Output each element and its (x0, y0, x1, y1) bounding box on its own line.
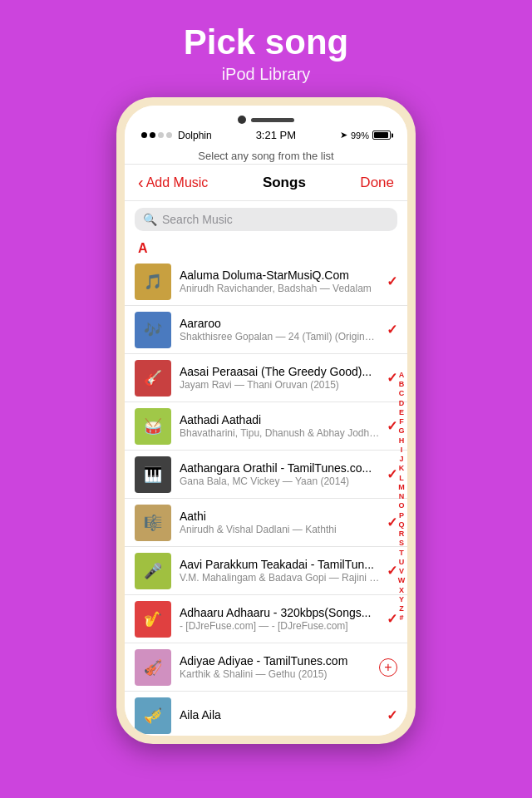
signal-dot-2 (150, 132, 155, 138)
alpha-letter-p[interactable]: P (399, 511, 404, 520)
alpha-letter-l[interactable]: L (399, 474, 404, 483)
list-item[interactable]: 🥁Aathadi AathadiBhavatharini, Tipu, Dhan… (125, 402, 407, 451)
signal-dot-3 (158, 132, 164, 138)
alpha-letter-n[interactable]: N (399, 492, 405, 501)
song-info: Aathangara Orathil - TamilTunes.co...Gan… (180, 461, 380, 487)
alpha-letter-k[interactable]: K (399, 464, 405, 473)
alpha-letter-u[interactable]: U (399, 558, 405, 567)
carrier-label: Dolphin (178, 130, 212, 141)
list-item[interactable]: 🎵Aaluma Doluma-StarMusiQ.ComAnirudh Ravi… (125, 258, 407, 306)
song-info: Aaluma Doluma-StarMusiQ.ComAnirudh Ravic… (180, 268, 380, 294)
alpha-letter-e[interactable]: E (399, 408, 404, 417)
song-info: Aasai Peraasai (The Greedy Good)...Jayam… (180, 365, 380, 391)
section-header-a: A (125, 238, 407, 258)
alpha-letter-x[interactable]: X (399, 586, 404, 595)
back-button[interactable]: ‹ Add Music (138, 173, 208, 192)
song-info: Adhaaru Adhaaru - 320kbps(Songs...- [DJr… (180, 606, 380, 632)
alpha-letter-z[interactable]: Z (399, 604, 404, 613)
song-add-button[interactable]: + (379, 658, 397, 677)
list-item[interactable]: 🎺Aila Aila✓ (125, 692, 407, 736)
alpha-letter-f[interactable]: F (399, 417, 404, 426)
song-artwork: 🎻 (135, 649, 171, 686)
alpha-letter-c[interactable]: C (399, 389, 405, 398)
song-artwork: 🎶 (135, 312, 171, 348)
song-meta: Anirudh & Vishal Dadlani — Kaththi (180, 524, 380, 535)
song-info: Adiyae Adiyae - TamilTunes.comKarthik & … (180, 654, 372, 680)
list-item[interactable]: 🎷Adhaaru Adhaaru - 320kbps(Songs...- [DJ… (125, 595, 407, 643)
list-item[interactable]: 🎼AathiAnirudh & Vishal Dadlani — Kaththi… (125, 499, 407, 547)
alpha-letter-w[interactable]: W (398, 576, 406, 585)
song-info: Aila Aila (180, 708, 380, 722)
song-artwork: 🥁 (135, 408, 171, 445)
song-info: AathiAnirudh & Vishal Dadlani — Kaththi (180, 510, 380, 535)
speaker-bar (251, 118, 294, 122)
status-bar: Dolphin 3:21 PM ➤ 99% (138, 127, 394, 143)
status-time: 3:21 PM (256, 129, 296, 141)
alpha-letter-j[interactable]: J (399, 455, 403, 464)
alpha-letter-s[interactable]: S (399, 539, 404, 548)
alpha-letter-t[interactable]: T (399, 549, 404, 558)
song-meta: Anirudh Ravichander, Badshah — Vedalam (180, 283, 380, 294)
song-title: Aathadi Aathadi (180, 413, 380, 426)
battery-fill (374, 132, 388, 138)
song-title: Aathangara Orathil - TamilTunes.co... (180, 461, 380, 475)
song-info: Aavi Parakkum Teakadai - TamilTun...V.M.… (180, 558, 380, 584)
nav-title: Songs (263, 175, 306, 191)
list-item[interactable]: 🎶AararooShakthisree Gopalan — 24 (Tamil)… (125, 306, 407, 354)
song-title: Adiyae Adiyae - TamilTunes.com (180, 654, 372, 667)
alpha-letter-b[interactable]: B (399, 380, 405, 389)
song-meta: Shakthisree Gopalan — 24 (Tamil) (Origin… (180, 331, 380, 342)
alpha-letter-h[interactable]: H (399, 436, 405, 446)
song-title: Aararoo (180, 317, 380, 330)
alpha-letter-i[interactable]: I (401, 446, 403, 455)
song-meta: Karthik & Shalini — Gethu (2015) (180, 668, 372, 680)
alpha-letter-#[interactable]: # (399, 613, 403, 623)
phone-frame: Dolphin 3:21 PM ➤ 99% Select any song fr… (116, 97, 416, 744)
song-list: 🎵Aaluma Doluma-StarMusiQ.ComAnirudh Ravi… (125, 258, 407, 736)
alpha-letter-d[interactable]: D (399, 399, 405, 408)
list-item[interactable]: 🎻Adiyae Adiyae - TamilTunes.comKarthik &… (125, 643, 407, 692)
song-meta: Jayam Ravi — Thani Oruvan (2015) (180, 379, 380, 391)
back-label: Add Music (146, 175, 209, 190)
info-text: Select any song from the list (198, 150, 333, 162)
done-button[interactable]: Done (360, 175, 394, 191)
nav-bar: ‹ Add Music Songs Done (125, 165, 407, 201)
list-item[interactable]: 🎹Aathangara Orathil - TamilTunes.co...Ga… (125, 451, 407, 499)
song-title: Aaluma Doluma-StarMusiQ.Com (180, 268, 380, 282)
song-artwork: 🎹 (135, 456, 171, 493)
list-item[interactable]: 🎤Aavi Parakkum Teakadai - TamilTun...V.M… (125, 547, 407, 595)
page-title: Pick song (184, 23, 348, 62)
song-title: Aathi (180, 510, 380, 523)
search-bar[interactable]: 🔍 Search Music (135, 208, 397, 231)
song-title: Aila Aila (180, 708, 380, 722)
song-artwork: 🎺 (135, 697, 171, 734)
info-bar: Select any song from the list (125, 146, 407, 165)
battery-percent: 99% (351, 131, 369, 140)
alpha-letter-q[interactable]: Q (398, 520, 404, 530)
alpha-index[interactable]: ABCDEFGHIJKLMNOPQRSTUVWXYZ# (396, 258, 407, 736)
plus-circle-icon[interactable]: + (379, 658, 397, 677)
search-bar-container: 🔍 Search Music (125, 201, 407, 238)
battery-icon (372, 131, 391, 140)
song-title: Aavi Parakkum Teakadai - TamilTun... (180, 558, 380, 571)
alpha-letter-m[interactable]: M (398, 483, 405, 492)
alpha-letter-r[interactable]: R (399, 530, 405, 539)
signal-dot-1 (141, 132, 147, 138)
alpha-letter-g[interactable]: G (398, 426, 404, 436)
alpha-letter-a[interactable]: A (399, 371, 405, 380)
phone-screen: Dolphin 3:21 PM ➤ 99% Select any song fr… (125, 106, 407, 736)
song-title: Aasai Peraasai (The Greedy Good)... (180, 365, 380, 378)
list-item[interactable]: 🎸Aasai Peraasai (The Greedy Good)...Jaya… (125, 354, 407, 402)
song-artwork: 🎼 (135, 505, 171, 541)
alpha-letter-o[interactable]: O (398, 501, 404, 510)
alpha-letter-y[interactable]: Y (399, 595, 404, 604)
alpha-letter-v[interactable]: V (399, 567, 404, 576)
song-artwork: 🎷 (135, 601, 171, 638)
song-artwork: 🎸 (135, 360, 171, 397)
page-subtitle: iPod Library (184, 65, 348, 84)
search-input[interactable]: Search Music (162, 213, 233, 226)
song-info: Aathadi AathadiBhavatharini, Tipu, Dhanu… (180, 413, 380, 439)
song-artwork: 🎵 (135, 264, 171, 300)
song-meta: Bhavatharini, Tipu, Dhanush & Abhay Jodh… (180, 427, 380, 439)
gps-icon: ➤ (340, 130, 347, 140)
